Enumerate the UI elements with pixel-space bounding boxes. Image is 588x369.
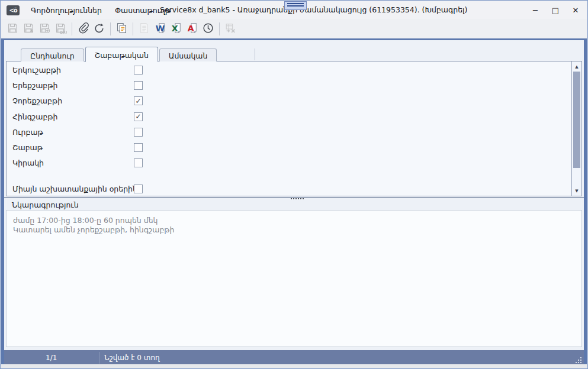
window-controls: ─ □ ✕ bbox=[525, 1, 586, 19]
export-word-button[interactable]: W bbox=[152, 21, 168, 37]
save-close-button bbox=[21, 21, 37, 37]
svg-text:DRF: DRF bbox=[60, 30, 67, 34]
export-excel-button[interactable]: X bbox=[168, 21, 184, 37]
menu-operations[interactable]: Գործողություններ bbox=[24, 3, 108, 18]
attachments-icon bbox=[77, 22, 89, 36]
refresh-icon bbox=[93, 22, 105, 36]
clear-marks-button bbox=[223, 21, 239, 37]
save-new-icon bbox=[38, 22, 51, 36]
scrollbar-thumb[interactable] bbox=[573, 72, 580, 168]
export-pdf-button[interactable]: A bbox=[184, 21, 200, 37]
day-label: Միայն աշխատանքային օրերին bbox=[12, 184, 137, 193]
day-checkbox[interactable] bbox=[134, 184, 143, 193]
day-checkbox[interactable] bbox=[134, 128, 143, 137]
save-draft-button: DRF bbox=[53, 21, 69, 37]
status-separator bbox=[99, 352, 99, 364]
title-bar: <ō ԳործողություններՓաստաթուղթ Service8x … bbox=[1, 1, 587, 19]
tab-0[interactable]: Ընդհանուր bbox=[21, 48, 84, 62]
day-checkbox[interactable]: ✓ bbox=[134, 112, 143, 121]
scroll-down-icon[interactable]: ▼ bbox=[572, 186, 581, 195]
toolbar-separator bbox=[219, 22, 220, 35]
history-icon bbox=[202, 22, 214, 36]
tab-1[interactable]: Շաբաթական bbox=[85, 47, 158, 62]
close-button[interactable]: ✕ bbox=[565, 1, 586, 19]
resize-grip-icon[interactable] bbox=[580, 362, 581, 363]
app-window: <ō ԳործողություններՓաստաթուղթ Service8x … bbox=[0, 0, 588, 369]
description-line: ժամը 17:00-ից 18:00-ը 60 րոպեն մեկ bbox=[13, 216, 575, 225]
menu-bar: ԳործողություններՓաստաթուղթ bbox=[24, 3, 177, 18]
day-label: Կիրակի bbox=[12, 158, 44, 167]
refresh-button[interactable] bbox=[91, 21, 107, 37]
export-word-icon: W bbox=[154, 22, 166, 36]
day-row: Կիրակի bbox=[12, 157, 564, 170]
preview-icon bbox=[138, 22, 150, 36]
status-page-indicator: 1/1 bbox=[46, 354, 57, 362]
window-title: Service8x d_bank5 - Առաջադրանքի ժամանակա… bbox=[160, 1, 467, 19]
export-excel-icon: X bbox=[170, 22, 182, 36]
day-label: Չորեքշաբթի bbox=[12, 96, 62, 105]
svg-text:X: X bbox=[172, 24, 178, 33]
copy-icon bbox=[115, 22, 128, 36]
day-checkbox[interactable] bbox=[134, 66, 143, 75]
preview-button bbox=[136, 21, 152, 37]
day-checkbox[interactable] bbox=[134, 81, 143, 90]
splitter-grip-icon[interactable] bbox=[291, 198, 304, 199]
svg-text:W: W bbox=[156, 24, 165, 33]
day-row: Չորեքշաբթի✓ bbox=[12, 95, 564, 108]
day-label: Շաբաթ bbox=[12, 143, 43, 152]
svg-text:A: A bbox=[188, 24, 194, 33]
minimize-button[interactable]: ─ bbox=[525, 1, 545, 19]
maximize-button[interactable]: □ bbox=[545, 1, 565, 19]
day-row: Երեքշաբթի bbox=[12, 79, 564, 92]
description-label: Նկարագրություն bbox=[12, 200, 79, 209]
day-label: Երկուշաբթի bbox=[12, 66, 61, 75]
save-icon bbox=[7, 22, 19, 36]
clear-marks-icon bbox=[224, 22, 237, 36]
day-label: Ուրբաթ bbox=[12, 128, 43, 137]
day-checkbox[interactable] bbox=[134, 143, 143, 152]
toolbar-separator bbox=[133, 22, 133, 35]
toolbar: DRFWXA bbox=[1, 19, 587, 38]
toolbar-separator bbox=[72, 22, 72, 35]
day-row: Միայն աշխատանքային օրերին bbox=[12, 183, 564, 196]
day-label: Երեքշաբթի bbox=[12, 81, 57, 90]
save-draft-icon: DRF bbox=[54, 22, 67, 36]
tab-strip: ԸնդհանուրՇաբաթականԱմսական bbox=[21, 46, 255, 62]
save-new-button bbox=[37, 21, 53, 37]
export-pdf-icon: A bbox=[186, 22, 198, 36]
history-button[interactable] bbox=[200, 21, 216, 37]
attachments-button[interactable] bbox=[75, 21, 91, 37]
weekly-day-panel: ▲ ▼ ԵրկուշաբթիԵրեքշաբթիՉորեքշաբթի✓Հինգշա… bbox=[6, 61, 582, 196]
save-button bbox=[5, 21, 21, 37]
description-textarea[interactable]: ժամը 17:00-ից 18:00-ը 60 րոպեն մեկԿատարե… bbox=[6, 210, 582, 347]
tabstrip-divider bbox=[255, 48, 255, 60]
day-row: Երկուշաբթի bbox=[12, 64, 564, 77]
window-bottom-edge bbox=[1, 364, 587, 368]
day-row: Հինգշաբթի✓ bbox=[12, 111, 564, 124]
scroll-up-icon[interactable]: ▲ bbox=[572, 62, 581, 71]
status-selection-count: Նշված է 0 տող bbox=[104, 354, 160, 362]
copy-button[interactable] bbox=[114, 21, 130, 37]
toolbar-drag-handle[interactable] bbox=[284, 1, 307, 10]
toolbar-separator bbox=[110, 22, 111, 35]
app-icon: <ō bbox=[7, 5, 20, 15]
main-frame: ԸնդհանուրՇաբաթականԱմսական ▲ ▼ Երկուշաբթի… bbox=[1, 38, 587, 365]
tab-2[interactable]: Ամսական bbox=[159, 48, 217, 62]
day-row: Ուրբաթ bbox=[12, 126, 564, 139]
day-label: Հինգշաբթի bbox=[12, 112, 58, 121]
day-checkbox[interactable]: ✓ bbox=[134, 96, 143, 105]
save-close-icon bbox=[23, 22, 35, 36]
vertical-scrollbar[interactable]: ▲ ▼ bbox=[571, 62, 581, 196]
status-bar: 1/1 Նշված է 0 տող bbox=[4, 350, 584, 365]
day-checkbox[interactable] bbox=[134, 158, 143, 167]
day-row: Շաբաթ bbox=[12, 141, 564, 154]
description-line: Կատարել ամեն չորեքշաբթի, հինգշաբթի bbox=[13, 225, 575, 235]
